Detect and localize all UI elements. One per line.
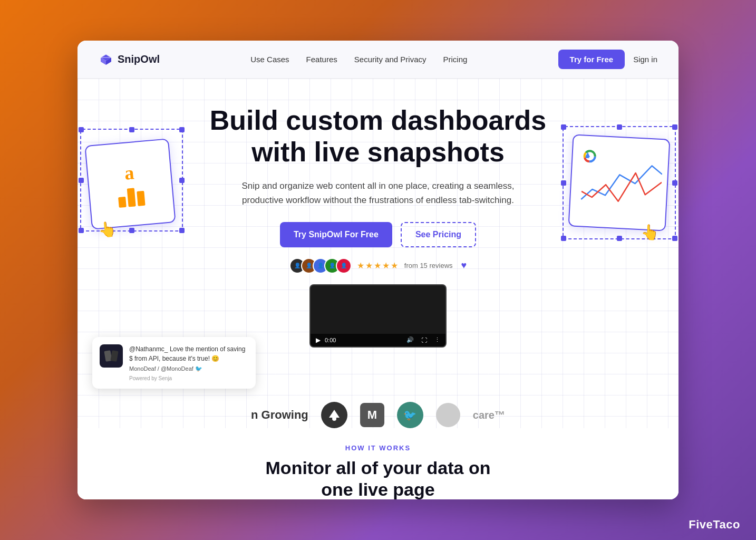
nav-features[interactable]: Features [306,55,337,64]
nav-use-cases[interactable]: Use Cases [250,55,289,64]
hero-pricing-button[interactable]: See Pricing [401,222,476,247]
cursor-left: 👆 [98,220,118,239]
nav-pricing[interactable]: Pricing [443,55,468,64]
logo-gray-circle [436,403,460,427]
navbar: SnipOwl Use Cases Features Security and … [77,41,679,79]
hero-cta-button[interactable]: Try SnipOwl For Free [280,222,392,247]
browser-window: SnipOwl Use Cases Features Security and … [77,41,679,499]
logo-care: care™ [473,409,505,421]
tweet-text: @Nathanmc_ Love the mention of saving $ … [129,344,248,363]
bar-3 [137,190,145,206]
tweet-avatar [100,344,123,368]
logo-dark-icon [326,407,342,423]
bar-1 [118,196,127,207]
logo-bird: 🐦 [397,402,423,428]
more-icon[interactable]: ⋮ [434,336,440,343]
tweet-content: @Nathanmc_ Love the mention of saving $ … [129,344,248,381]
fullscreen-icon[interactable]: ⛶ [421,337,427,343]
how-title: Monitor all of your data on one live pag… [99,457,657,499]
float-card-right: ▲ ▲ 👆 [568,134,671,231]
star-rating: ★★★★★ [357,261,399,271]
bottom-brand: FiveTaco [689,518,740,532]
reviews-row: 👤 👤 👤 👤 👤 ★★★★★ from 15 reviews ♥ [77,258,679,274]
how-section: HOW IT WORKS Monitor all of your data on… [77,428,679,499]
hero-section: a 👆 [77,79,679,499]
nav-security[interactable]: Security and Privacy [354,55,427,64]
signin-button[interactable]: Sign in [633,55,657,64]
video-time: 0:00 [325,337,336,343]
review-text: from 15 reviews [404,262,453,269]
cursor-right: 👆 [640,223,660,242]
bar-2 [127,188,136,207]
tweet-avatar-icon [101,345,122,367]
tweet-author: MonoDeaf / @MonoDeaf 🐦 [129,365,248,372]
growing-text: n Growing [251,408,308,422]
video-player[interactable]: ▶ 0:00 🔊 ⛶ ⋮ [309,284,447,348]
avatar-4: 👤 [336,258,352,274]
video-controls: ▶ 0:00 🔊 ⛶ ⋮ [311,334,445,346]
play-button[interactable]: ▶ [316,336,321,344]
how-label: HOW IT WORKS [99,444,657,452]
svg-point-12 [332,417,336,421]
logo-dark-circle [321,402,347,428]
tweet-footer: Powered by Senja [129,375,248,381]
snipowl-logo-icon [99,52,113,67]
logos-row: n Growing M 🐦 care™ [251,402,505,428]
float-card-left: a 👆 [84,138,176,229]
nav-links: Use Cases Features Security and Privacy … [250,55,467,64]
tweet-card: @Nathanmc_ Love the mention of saving $ … [92,337,256,389]
volume-icon[interactable]: 🔊 [406,336,414,343]
logo-text: SnipOwl [118,53,160,65]
heart-icon: ♥ [461,260,467,271]
line-chart: ▲ ▲ [575,141,664,225]
try-free-button[interactable]: Try for Free [558,50,625,69]
nav-actions: Try for Free Sign in [558,50,657,69]
main-content: a 👆 [77,79,679,499]
amazon-logo: a [123,161,135,184]
logo[interactable]: SnipOwl [99,52,160,67]
logo-m: M [360,403,384,427]
avatar-stack: 👤 👤 👤 👤 👤 [289,258,352,274]
hero-subtitle: Snip and organize web content all in one… [225,179,531,207]
bar-chart [118,187,146,207]
